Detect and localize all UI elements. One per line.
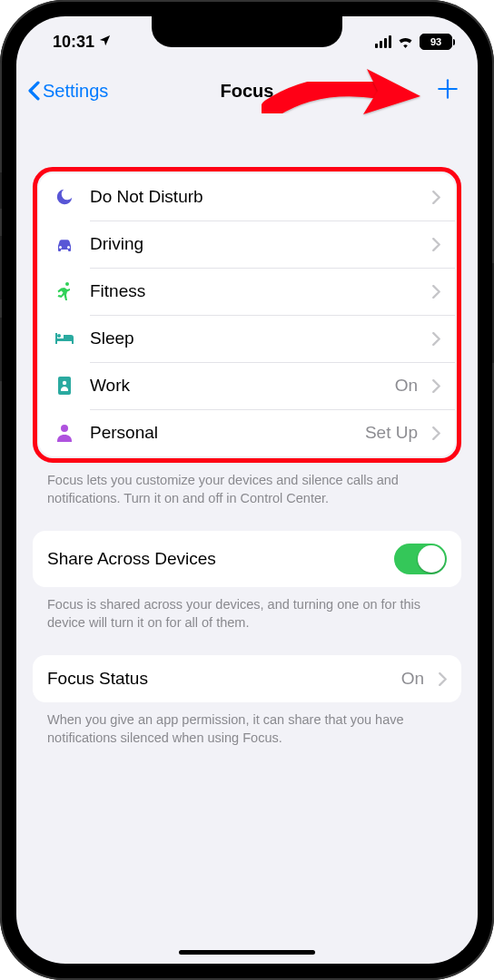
share-toggle[interactable]	[394, 544, 447, 574]
back-label: Settings	[43, 81, 108, 102]
cell-signal-icon	[375, 35, 391, 48]
nav-bar: Settings Focus	[16, 67, 478, 114]
svg-point-6	[61, 425, 68, 432]
focus-modes-card: Do Not Disturb Driving	[39, 173, 455, 456]
battery-icon: 93	[420, 34, 452, 50]
runner-icon	[54, 281, 75, 301]
status-time: 10:31	[53, 33, 94, 52]
chevron-right-icon	[439, 672, 447, 686]
share-footer: Focus is shared across your devices, and…	[33, 587, 461, 632]
svg-rect-4	[58, 377, 71, 395]
chevron-right-icon	[432, 285, 440, 299]
badge-icon	[54, 376, 75, 396]
focus-status-card: Focus Status On	[33, 655, 461, 702]
row-value: Set Up	[365, 423, 418, 443]
home-indicator[interactable]	[179, 950, 315, 955]
row-value: On	[401, 669, 424, 689]
chevron-right-icon	[432, 191, 440, 204]
focus-row-work[interactable]: Work On	[39, 362, 455, 409]
focus-status-footer: When you give an app permission, it can …	[33, 702, 461, 747]
focus-modes-footer: Focus lets you customize your devices an…	[33, 463, 461, 507]
phone-frame: 10:31 93 Settings Focus	[0, 0, 494, 980]
focus-row-driving[interactable]: Driving	[39, 220, 455, 268]
focus-row-dnd[interactable]: Do Not Disturb	[39, 173, 455, 220]
row-value: On	[395, 376, 418, 396]
notch	[152, 16, 342, 47]
person-icon	[54, 423, 75, 443]
wifi-icon	[397, 35, 414, 48]
svg-point-3	[65, 282, 69, 286]
car-icon	[54, 235, 75, 253]
focus-status-row[interactable]: Focus Status On	[33, 655, 461, 702]
focus-row-fitness[interactable]: Fitness	[39, 268, 455, 315]
focus-row-sleep[interactable]: Sleep	[39, 315, 455, 362]
share-row[interactable]: Share Across Devices	[33, 531, 461, 587]
location-icon	[98, 33, 112, 52]
moon-icon	[54, 187, 75, 207]
chevron-right-icon	[432, 238, 440, 251]
chevron-right-icon	[432, 426, 440, 440]
svg-point-5	[63, 381, 66, 385]
bed-icon	[54, 330, 75, 347]
add-button[interactable]	[436, 76, 459, 105]
chevron-right-icon	[432, 332, 440, 346]
focus-modes-highlight: Do Not Disturb Driving	[33, 167, 461, 463]
share-card: Share Across Devices	[33, 531, 461, 587]
screen: 10:31 93 Settings Focus	[16, 16, 478, 964]
chevron-right-icon	[432, 379, 440, 393]
back-button[interactable]: Settings	[27, 81, 108, 102]
focus-row-personal[interactable]: Personal Set Up	[39, 409, 455, 456]
